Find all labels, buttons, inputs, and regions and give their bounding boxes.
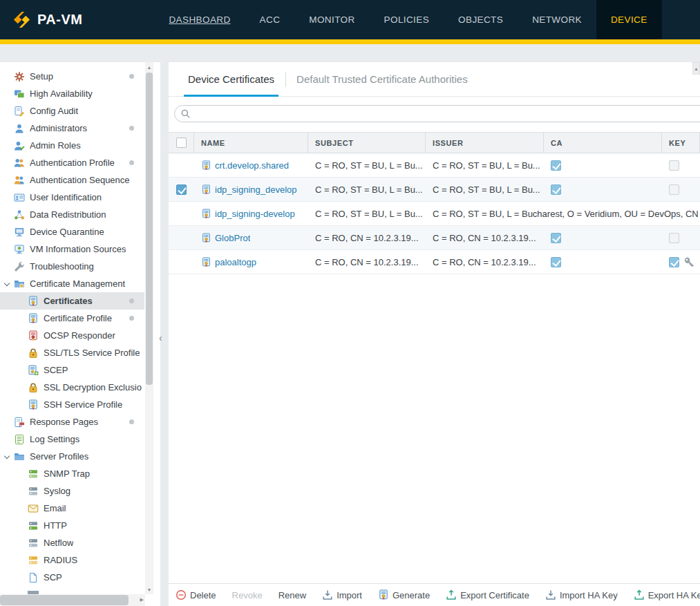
sidebar-item[interactable]: Server Profiles — [0, 448, 144, 465]
nav-item[interactable]: DEVICE — [596, 0, 662, 39]
sidebar-item-label: RADIUS — [44, 555, 77, 565]
nav-item[interactable]: NETWORK — [518, 0, 596, 39]
sidebar-item[interactable]: Log Settings — [0, 430, 144, 448]
tab[interactable]: Device Certificates — [177, 62, 285, 96]
scroll-down-arrow-icon[interactable]: ▼ — [145, 585, 153, 594]
select-all-checkbox[interactable] — [176, 138, 187, 148]
certificate-row[interactable]: idp_signing_develop C = RO, ST = BU, L =… — [169, 178, 700, 202]
pa-vm-app: PA-VM DASHBOARD ACC MONITOR POLICIES OBJ… — [0, 0, 700, 606]
sidebar-item[interactable]: SSL Decryption Exclusio — [0, 379, 144, 396]
nav-item[interactable]: DASHBOARD — [154, 0, 245, 39]
content-scrollbar[interactable]: ▲ — [692, 62, 700, 75]
sidebar-item[interactable]: Device Quarantine — [0, 223, 144, 240]
sidebar-item[interactable]: High Availability — [0, 85, 144, 102]
sidebar-item[interactable]: SSL/TLS Service Profile — [0, 344, 144, 361]
sidebar-horizontal-scrollbar[interactable]: ▶ — [0, 594, 145, 606]
brand-name: PA-VM — [37, 12, 82, 28]
sidebar-item[interactable]: SSH Service Profile — [0, 396, 144, 413]
col-header-subject[interactable]: SUBJECT — [308, 133, 426, 153]
sidebar-item[interactable]: Administrators — [0, 120, 144, 137]
nav-item[interactable]: POLICIES — [370, 0, 444, 39]
col-header-name[interactable]: NAME — [194, 133, 308, 153]
sidebar-item[interactable]: Config Audit — [0, 102, 144, 120]
subject-cell: C = RO, CN = 10.2.3.19... — [308, 250, 426, 274]
certificate-name-link[interactable]: GlobProt — [215, 233, 250, 243]
certificate-row[interactable]: GlobProt C = RO, CN = 10.2.3.19... C = R… — [169, 226, 700, 250]
server-icon — [28, 486, 39, 497]
sidebar-item[interactable]: Certificate Profile — [0, 310, 144, 327]
sidebar-item-label: Response Pages — [30, 417, 98, 427]
wrench-icon — [14, 261, 25, 272]
sidebar-item[interactable]: Authentication Profile — [0, 154, 144, 171]
toolbar-button[interactable]: Import — [322, 589, 362, 600]
sidebar-item[interactable]: SNMP Trap — [0, 465, 144, 482]
sidebar-item[interactable]: Email — [0, 500, 144, 517]
name-cell: GlobProt — [194, 226, 308, 249]
issuer-cell: C = RO, ST = BU, L = Bucharest, O = Veri… — [426, 202, 544, 225]
nav-item[interactable]: ACC — [245, 0, 295, 39]
pending-change-dot — [129, 160, 134, 165]
nav-item[interactable]: OBJECTS — [444, 0, 518, 39]
sidebar-item[interactable]: Certificates — [0, 292, 144, 310]
row-checkbox-cell — [169, 226, 194, 249]
sidebar-item[interactable]: OCSP Responder — [0, 327, 144, 344]
toolbar-button[interactable]: Generate — [378, 589, 430, 600]
sidebar-vertical-scrollbar[interactable]: ▲ ▼ — [145, 62, 153, 594]
sidebar-item[interactable]: RADIUS — [0, 551, 144, 569]
toolbar-button[interactable]: Renew — [278, 590, 306, 600]
scroll-right-arrow-icon[interactable]: ▶ — [140, 597, 144, 603]
sidebar-item[interactable]: VM Information Sources — [0, 240, 144, 258]
delete-icon — [176, 589, 187, 600]
sidebar-item[interactable]: Syslog — [0, 482, 144, 500]
ca-cell — [544, 178, 662, 201]
certificate-name-link[interactable]: paloaltogp — [215, 257, 256, 267]
sidebar-item[interactable]: HTTP — [0, 517, 144, 534]
caret-down-icon[interactable] — [4, 281, 10, 286]
row-checkbox-cell — [169, 202, 194, 225]
toolbar-button[interactable]: Delete — [176, 589, 216, 600]
col-header-issuer[interactable]: ISSUER — [426, 133, 544, 153]
certificate-name-link[interactable]: idp_signing-develop — [215, 209, 295, 219]
certificate-name-link[interactable]: crt.develop.shared — [215, 160, 289, 171]
sidebar-item[interactable]: SCP — [0, 569, 144, 586]
tab[interactable]: Default Trusted Certificate Authorities — [285, 62, 479, 96]
sidebar-item-label: Syslog — [44, 486, 70, 496]
toolbar-button[interactable]: Export HA Key — [634, 589, 700, 600]
search-box[interactable] — [174, 105, 700, 122]
sidebar-item-label: Data Redistribution — [30, 209, 106, 220]
sidebar-item[interactable]: Netflow — [0, 534, 144, 551]
sidebar-item[interactable]: Setup — [0, 68, 144, 85]
certificate-row[interactable]: idp_signing-develop C = RO, ST = BU, L =… — [169, 202, 700, 226]
sidebar-item-label: SCP — [44, 572, 62, 583]
sidebar-item[interactable]: Data Redistribution — [0, 206, 144, 223]
key-cell — [662, 226, 700, 249]
sidebar-item[interactable]: Troubleshooting — [0, 258, 144, 275]
collapse-sidebar-handle[interactable]: ‹ — [159, 333, 162, 343]
certificates-table: NAME SUBJECT ISSUER CA KEY crt.develop.s… — [169, 132, 700, 606]
sidebar-item[interactable]: Admin Roles — [0, 137, 144, 154]
certificate-row[interactable]: crt.develop.shared C = RO, ST = BU, L = … — [169, 153, 700, 178]
sidebar-item[interactable]: Response Pages — [0, 413, 144, 430]
toolbar-button[interactable]: Import HA Key — [545, 589, 618, 600]
sidebar-splitter[interactable]: ‹ — [160, 62, 169, 606]
sidebar-item[interactable]: Authentication Sequence — [0, 171, 144, 189]
gear-icon — [14, 71, 25, 82]
scrollbar-thumb[interactable] — [146, 73, 153, 385]
sidebar-item[interactable]: User Identification — [0, 189, 144, 206]
scroll-up-arrow-icon[interactable]: ▲ — [145, 62, 153, 72]
sidebar-item[interactable]: Certificate Management — [0, 275, 144, 292]
caret-down-icon[interactable] — [4, 453, 10, 459]
search-input[interactable] — [191, 108, 700, 119]
sidebar-item-label: Authentication Profile — [30, 158, 115, 168]
server-green-icon — [28, 468, 39, 480]
certificate-row[interactable]: paloaltogp C = RO, CN = 10.2.3.19... C =… — [169, 250, 700, 274]
nav-item[interactable]: MONITOR — [294, 0, 369, 39]
row-checkbox[interactable] — [176, 184, 187, 195]
certificate-name-link[interactable]: idp_signing_develop — [215, 184, 297, 195]
sidebar-item[interactable]: SCEP — [0, 361, 144, 379]
toolbar-button[interactable]: Export Certificate — [446, 589, 529, 600]
tab-label: Device Certificates — [188, 73, 274, 85]
col-header-ca[interactable]: CA — [544, 133, 662, 153]
col-header-key[interactable]: KEY — [662, 133, 700, 153]
scrollbar-thumb[interactable] — [0, 595, 129, 605]
